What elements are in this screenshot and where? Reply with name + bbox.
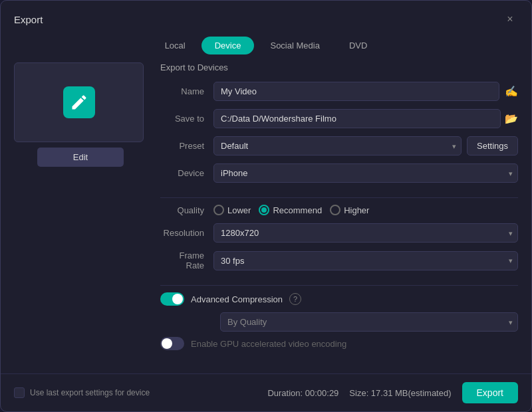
frame-rate-label: Frame Rate (160, 251, 213, 270)
quality-recommend-label: Recommend (273, 205, 322, 215)
device-select-wrapper: iPhone ▾ (213, 163, 518, 183)
name-input[interactable] (213, 82, 499, 101)
gpu-toggle[interactable] (160, 337, 184, 350)
quality-options: Lower Recommend Higher (213, 205, 369, 215)
device-select[interactable]: iPhone (213, 163, 518, 183)
device-label: Device (160, 168, 213, 178)
tab-social-media[interactable]: Social Media (257, 37, 332, 54)
quality-higher-option[interactable]: Higher (330, 205, 369, 215)
tab-device[interactable]: Device (201, 37, 255, 54)
preset-row: Preset Default ▾ Settings (160, 136, 518, 155)
by-quality-select[interactable]: By Quality (220, 312, 518, 332)
quality-lower-radio[interactable] (213, 205, 224, 215)
preset-label: Preset (160, 141, 213, 151)
frame-rate-select[interactable]: 30 fps (213, 251, 518, 270)
path-row: 📂 (213, 109, 518, 128)
divider-2 (160, 285, 518, 286)
resolution-row: Resolution 1280x720 ▾ (160, 223, 518, 243)
ai-icon[interactable]: ✍ (505, 85, 518, 98)
name-row: Name ✍ (160, 82, 518, 101)
tab-local[interactable]: Local (152, 37, 199, 54)
quality-recommend-radio[interactable] (259, 205, 269, 215)
quality-higher-radio[interactable] (330, 205, 340, 215)
resolution-select-wrapper: 1280x720 ▾ (213, 223, 518, 243)
size-text: Size: 17.31 MB(estimated) (349, 388, 451, 398)
preset-select-wrapper: Default ▾ (213, 136, 462, 155)
quality-recommend-dot (261, 207, 267, 213)
device-row: Device iPhone ▾ (160, 163, 518, 183)
quality-lower-label: Lower (227, 205, 251, 215)
left-panel: Edit (14, 62, 147, 373)
frame-rate-row: Frame Rate 30 fps ▾ (160, 251, 518, 270)
resolution-label: Resolution (160, 228, 213, 238)
quality-higher-label: Higher (344, 205, 369, 215)
dialog-title: Export (14, 14, 43, 25)
footer: Use last export settings for device Dura… (1, 373, 531, 411)
duration-text: Duration: 00:00:29 (267, 388, 338, 398)
name-label: Name (160, 86, 213, 96)
path-input[interactable] (213, 109, 501, 128)
section-title: Export to Devices (160, 62, 518, 72)
main-content: Edit Export to Devices Name ✍ Save to 📂 (1, 62, 531, 373)
advanced-compression-knob (172, 294, 183, 304)
save-to-row: Save to 📂 (160, 109, 518, 128)
advanced-compression-toggle[interactable] (160, 292, 184, 306)
title-bar: Export × (1, 1, 531, 34)
resolution-select[interactable]: 1280x720 (213, 223, 518, 243)
preview-icon (63, 86, 95, 118)
close-button[interactable]: × (502, 11, 518, 27)
name-input-group: ✍ (213, 82, 518, 101)
quality-label: Quality (160, 205, 213, 215)
tabs-container: Local Device Social Media DVD (1, 34, 531, 62)
preset-select[interactable]: Default (213, 136, 462, 155)
save-to-label: Save to (160, 114, 213, 124)
settings-button[interactable]: Settings (467, 136, 518, 155)
gpu-toggle-knob (162, 338, 172, 349)
footer-info: Duration: 00:00:29 Size: 17.31 MB(estima… (267, 382, 518, 403)
advanced-compression-label: Advanced Compression (191, 294, 283, 304)
advanced-compression-row: Advanced Compression ? (160, 292, 518, 306)
gpu-label: Enable GPU accelerated video encoding (191, 339, 346, 349)
tab-dvd[interactable]: DVD (336, 37, 380, 54)
last-settings-checkbox[interactable] (14, 387, 25, 398)
last-settings-label: Use last export settings for device (30, 388, 150, 397)
by-quality-wrapper: By Quality ▾ (220, 312, 518, 332)
quality-lower-option[interactable]: Lower (213, 205, 251, 215)
right-panel: Export to Devices Name ✍ Save to 📂 Pre (160, 62, 518, 373)
export-button[interactable]: Export (462, 382, 518, 403)
quality-row: Quality Lower Recommend Higher (160, 205, 518, 215)
preview-box (14, 62, 144, 142)
folder-icon[interactable]: 📂 (505, 112, 518, 125)
edit-button[interactable]: Edit (37, 148, 124, 167)
quality-recommend-option[interactable]: Recommend (259, 205, 322, 215)
gpu-row: Enable GPU accelerated video encoding (160, 337, 518, 350)
footer-left: Use last export settings for device (14, 387, 150, 398)
advanced-compression-help-icon[interactable]: ? (289, 293, 301, 305)
divider-1 (160, 197, 518, 198)
export-dialog: Export × Local Device Social Media DVD E… (0, 0, 532, 412)
frame-rate-select-wrapper: 30 fps ▾ (213, 251, 518, 270)
